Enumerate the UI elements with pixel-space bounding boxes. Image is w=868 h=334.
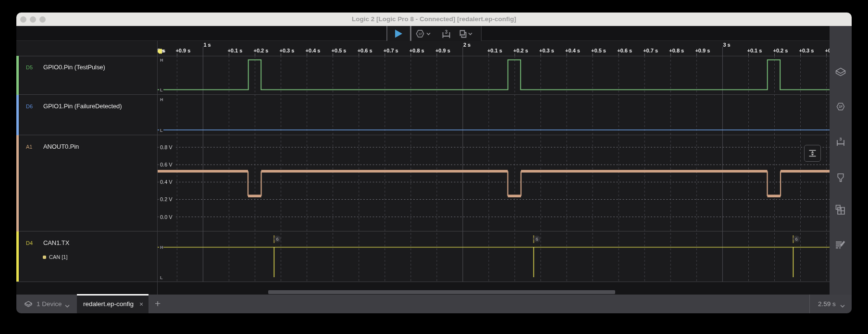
svg-text:H: H <box>160 245 163 250</box>
svg-text:+0.5 s: +0.5 s <box>591 48 606 53</box>
svg-text:+0.2 s: +0.2 s <box>773 48 788 53</box>
svg-text:3: 3 <box>445 29 448 35</box>
svg-text:+0.9 s: +0.9 s <box>175 48 190 53</box>
svg-text:6: 6 <box>276 236 278 242</box>
svg-text:2 s: 2 s <box>463 42 471 48</box>
svg-text:6: 6 <box>795 236 798 242</box>
svg-text:+0.4 s: +0.4 s <box>306 48 321 53</box>
svg-text:+0.1 s: +0.1 s <box>487 48 502 53</box>
svg-text:0.2 V: 0.2 V <box>160 196 173 202</box>
svg-text:H: H <box>160 58 163 63</box>
svg-text:+0.6 s: +0.6 s <box>617 48 632 53</box>
svg-text:0.4 V: 0.4 V <box>160 179 173 185</box>
svg-text:+0.4 s: +0.4 s <box>825 48 830 53</box>
svg-text:+0.1 s: +0.1 s <box>227 48 242 53</box>
svg-text:1 s: 1 s <box>203 42 211 48</box>
svg-text:3: 3 <box>839 136 842 141</box>
svg-text:+0.7 s: +0.7 s <box>643 48 658 53</box>
svg-text:+0.8 s: +0.8 s <box>409 48 424 53</box>
svg-text:+0.1 s: +0.1 s <box>747 48 762 53</box>
svg-text:+0.3 s: +0.3 s <box>280 48 295 53</box>
svg-text:L: L <box>160 88 163 92</box>
svg-text:+0.8 s: +0.8 s <box>669 48 684 53</box>
svg-text:1F: 1F <box>419 32 423 36</box>
svg-text:0.6 V: 0.6 V <box>160 162 173 167</box>
svg-text:+0.5 s: +0.5 s <box>332 48 347 53</box>
svg-text:+0.6 s: +0.6 s <box>358 48 372 53</box>
svg-text:L: L <box>160 128 163 133</box>
svg-text:+0.7 s: +0.7 s <box>384 48 398 53</box>
svg-text:H: H <box>160 97 163 102</box>
svg-text:1F: 1F <box>839 105 843 108</box>
svg-text:+0.9 s: +0.9 s <box>695 48 710 53</box>
svg-text:3 s: 3 s <box>723 42 730 48</box>
svg-text:+0.3 s: +0.3 s <box>539 48 554 53</box>
svg-text:L: L <box>160 275 163 280</box>
svg-text:0.0 V: 0.0 V <box>160 214 173 220</box>
svg-text:0.8 V: 0.8 V <box>160 144 173 150</box>
svg-text:+0.3 s: +0.3 s <box>799 48 814 53</box>
svg-text:+0.2 s: +0.2 s <box>513 48 528 53</box>
svg-text:6: 6 <box>536 236 538 242</box>
svg-text:+0.9 s: +0.9 s <box>435 48 450 53</box>
svg-text:+0.4 s: +0.4 s <box>565 48 580 53</box>
svg-text:+0.2 s: +0.2 s <box>254 48 269 53</box>
svg-text:s: s <box>162 48 165 53</box>
